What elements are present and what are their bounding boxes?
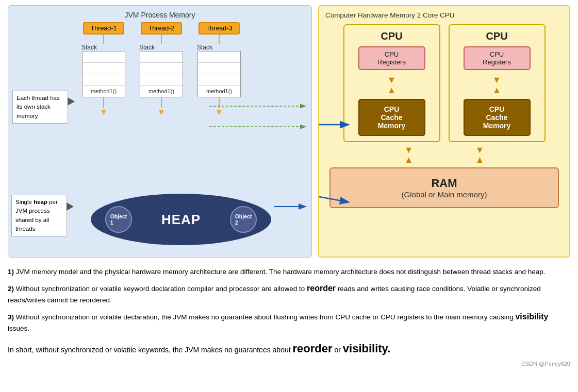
note-2: 2) Without synchronization or volatile k…: [8, 282, 570, 306]
stack-label-3: Stack: [197, 44, 212, 51]
note-1-prefix: 1): [8, 268, 14, 276]
hw-title: Computer Hardware Memory 2 Core CPU: [325, 11, 563, 19]
thread-2-column: Thread-2 Stack method1() ▼: [138, 22, 185, 117]
final-line: In short, without synchronized or volati…: [8, 339, 570, 357]
cpu-2-cache: CPUCacheMemory: [464, 99, 531, 136]
notes-section: 1) JVM memory model and the physical har…: [8, 264, 570, 371]
note-1-text: JVM memory model and the physical hardwa…: [14, 268, 546, 276]
cpu-1-title: CPU: [381, 30, 402, 42]
note-3-text1: Without synchronization or volatile decl…: [14, 313, 515, 321]
final-text1: In short, without synchronized or volati…: [8, 346, 293, 354]
heap-label: HEAP: [161, 212, 201, 228]
cpu-1-registers: CPURegisters: [358, 46, 425, 70]
stack-note-box: Each thread has its own stack memory: [12, 91, 68, 124]
stack-label-2: Stack: [139, 44, 155, 51]
note-3-text2: issues.: [8, 325, 29, 332]
final-bold2: visibility.: [343, 342, 391, 355]
note-2-text1: Without synchronization or volatile keyw…: [14, 285, 307, 293]
jvm-title: JVM Process Memory: [14, 11, 305, 19]
cpu-1-cache: CPUCacheMemory: [358, 99, 425, 136]
cpu-2-title: CPU: [486, 30, 507, 42]
thread-1-box: Thread-1: [83, 22, 124, 35]
note-3-prefix: 3): [8, 313, 14, 321]
note-2-bold: reorder: [307, 284, 336, 293]
object-2: Object2: [230, 206, 257, 233]
heap-area: Object1 HEAP Object2: [70, 191, 292, 248]
cpu-1-box: CPU CPURegisters ▼▲ CPUCacheMemory: [343, 24, 440, 142]
note-1: 1) JVM memory model and the physical har…: [8, 266, 570, 278]
thread-2-box: Thread-2: [141, 22, 182, 35]
cpu-2-registers: CPURegisters: [464, 46, 531, 70]
jvm-section: JVM Process Memory Each thread has its o…: [8, 5, 312, 258]
final-bold1: reorder: [293, 342, 333, 355]
note-3-bold: visibility: [515, 312, 548, 321]
note-3: 3) Without synchronization or volatile d…: [8, 310, 570, 334]
cpu-2-box: CPU CPURegisters ▼▲ CPUCacheMemory: [449, 24, 546, 142]
thread-3-box: Thread-3: [199, 22, 240, 35]
note-2-prefix: 2): [8, 285, 14, 293]
thread-1-column: Thread-1 Stack method1() ▼: [80, 22, 127, 117]
final-text2: or: [333, 346, 343, 354]
heap-note-box: Single heap per JVM process shared by al…: [11, 195, 67, 236]
ram-subtitle: (Global or Main memory): [336, 190, 553, 199]
hw-section: Computer Hardware Memory 2 Core CPU CPU …: [318, 5, 570, 258]
object-1: Object1: [105, 206, 132, 233]
stack-label-1: Stack: [81, 44, 97, 51]
credit: CSDN @Perley620: [8, 360, 570, 369]
thread-3-column: Thread-3 Stack method1() ▼: [196, 22, 242, 117]
ram-title: RAM: [336, 177, 553, 190]
heap-ellipse: Object1 HEAP Object2: [91, 194, 271, 245]
ram-box: RAM (Global or Main memory): [329, 167, 559, 208]
